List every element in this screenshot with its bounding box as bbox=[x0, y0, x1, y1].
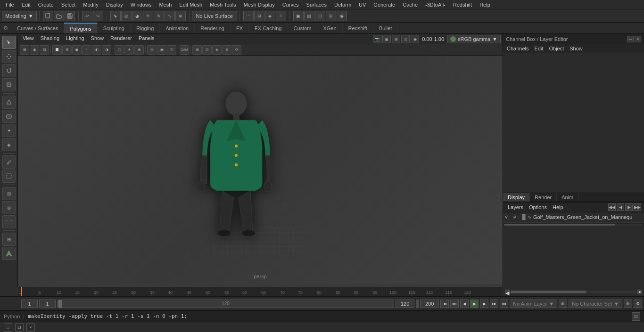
live-surface-btn[interactable]: No Live Surface bbox=[192, 11, 237, 21]
poly-tool-2[interactable] bbox=[2, 110, 16, 123]
menu-uv[interactable]: UV bbox=[355, 0, 370, 9]
render-btn-3[interactable]: ⊡ bbox=[315, 11, 325, 21]
viewport[interactable]: View Shading Lighting Show Renderer Pane… bbox=[18, 34, 503, 287]
menu-deform[interactable]: Deform bbox=[330, 0, 355, 9]
panel-minimize-btn[interactable]: ─ bbox=[627, 36, 634, 42]
timeline-scroll-right[interactable]: ▶ bbox=[637, 290, 642, 294]
tab-settings-btn[interactable]: ⚙ bbox=[0, 23, 11, 34]
tab-curves-surfaces[interactable]: Curves / Surfaces bbox=[11, 23, 64, 33]
move-mode-btn[interactable] bbox=[2, 50, 16, 63]
tab-sculpting[interactable]: Sculpting bbox=[98, 23, 131, 33]
cb-show[interactable]: Show bbox=[568, 45, 585, 52]
anim-layer-btn-1[interactable]: ⊕ bbox=[559, 300, 567, 308]
layer-scrollbar[interactable] bbox=[503, 222, 644, 226]
tb2-5[interactable]: ⊞ bbox=[62, 45, 72, 55]
save-btn[interactable] bbox=[65, 11, 75, 21]
tb2-16[interactable]: ⊞ bbox=[192, 45, 202, 55]
tb2-13[interactable]: ◎ bbox=[147, 45, 157, 55]
grid-btn[interactable]: ⊞ bbox=[2, 233, 16, 246]
menu-curves[interactable]: Curves bbox=[279, 0, 303, 9]
cb-channels[interactable]: Channels bbox=[505, 45, 530, 52]
layer-menu-layers[interactable]: Layers bbox=[506, 204, 525, 211]
tb2-cam[interactable]: CAM bbox=[180, 45, 189, 55]
tb2-15[interactable]: ↻ bbox=[167, 45, 176, 55]
btn-prev-key[interactable]: ⏭ bbox=[450, 300, 459, 308]
tb2-8[interactable]: ◐ bbox=[92, 45, 101, 55]
tb2-7[interactable]: ⋮ bbox=[82, 45, 91, 55]
pivot-btn[interactable]: ⊕ bbox=[2, 201, 16, 214]
display-tab-render[interactable]: Render bbox=[530, 193, 557, 202]
menu-select[interactable]: Select bbox=[58, 0, 80, 9]
vp-menu-shading[interactable]: Shading bbox=[38, 35, 62, 43]
tb2-9[interactable]: ◑ bbox=[102, 45, 111, 55]
rotate-mode-btn[interactable] bbox=[2, 64, 16, 77]
total-frames-input[interactable] bbox=[420, 300, 439, 308]
scale-btn[interactable]: ⤡ bbox=[165, 11, 175, 21]
menu-mesh-display[interactable]: Mesh Display bbox=[240, 0, 279, 9]
range-thumb[interactable] bbox=[58, 300, 62, 308]
universal-btn[interactable]: ⊕ bbox=[175, 11, 186, 21]
layer-prev-small-btn[interactable]: ◀ bbox=[617, 203, 624, 211]
tb2-12[interactable]: ⊕ bbox=[134, 45, 144, 55]
tb2-6[interactable]: ▣ bbox=[72, 45, 82, 55]
marquee-btn[interactable] bbox=[2, 170, 16, 183]
menu-surfaces[interactable]: Surfaces bbox=[303, 0, 330, 9]
snap-btn-3[interactable]: ◈ bbox=[265, 11, 275, 21]
vp-menu-renderer[interactable]: Renderer bbox=[107, 35, 135, 43]
btn-skip-start[interactable]: ⏮ bbox=[440, 300, 449, 308]
window-btn-2[interactable]: ⊡ bbox=[15, 323, 24, 332]
undo-btn[interactable]: ↩ bbox=[82, 11, 92, 21]
vp-menu-show[interactable]: Show bbox=[88, 35, 107, 43]
select-mode-btn[interactable] bbox=[2, 36, 16, 49]
poly-tool-1[interactable] bbox=[2, 96, 16, 109]
python-settings-btn[interactable]: ⊡ bbox=[632, 312, 640, 321]
current-frame-input[interactable] bbox=[21, 300, 38, 308]
tab-rigging[interactable]: Rigging bbox=[131, 23, 160, 33]
timeline-ruler[interactable]: 1 5 10 15 20 25 30 35 40 bbox=[18, 287, 503, 296]
char-set-btn-2[interactable]: ⚙ bbox=[634, 300, 642, 308]
render-btn-2[interactable]: ▤ bbox=[304, 11, 314, 21]
tab-bullet[interactable]: Bullet bbox=[373, 23, 398, 33]
menu-help[interactable]: Help bbox=[476, 0, 494, 9]
tb2-10[interactable]: ⬡ bbox=[115, 45, 124, 55]
vp-menu-lighting[interactable]: Lighting bbox=[63, 35, 87, 43]
workspace-selector[interactable]: Modeling ▼ bbox=[2, 11, 37, 21]
tb2-18[interactable]: ◈ bbox=[212, 45, 222, 55]
render-btn-1[interactable]: ▣ bbox=[293, 11, 304, 21]
window-btn-3[interactable]: × bbox=[26, 323, 35, 332]
lasso-btn[interactable]: ◎ bbox=[121, 11, 132, 21]
btn-skip-end[interactable]: ⏮ bbox=[500, 300, 508, 308]
vp-icon-2[interactable]: ⊞ bbox=[392, 35, 400, 43]
snap-btn-4[interactable]: ⌗ bbox=[276, 11, 286, 21]
menu-edit-mesh[interactable]: Edit Mesh bbox=[175, 0, 206, 9]
tb2-2[interactable]: ◉ bbox=[30, 45, 39, 55]
timeline-scroll-left[interactable]: ◀ bbox=[505, 290, 510, 294]
select-tool-btn[interactable] bbox=[110, 11, 121, 21]
btn-next-frame[interactable]: ▶ bbox=[480, 300, 488, 308]
layer-next-small-btn[interactable]: ▶ bbox=[625, 203, 633, 211]
layer-menu-options[interactable]: Options bbox=[527, 204, 549, 211]
menu-modify[interactable]: Modify bbox=[79, 0, 102, 9]
tab-xgen[interactable]: XGen bbox=[317, 23, 342, 33]
vp-menu-panels[interactable]: Panels bbox=[136, 35, 157, 43]
tb2-20[interactable]: ⟳ bbox=[232, 45, 241, 55]
transform-btn[interactable]: ⊞ bbox=[2, 187, 16, 200]
gamma-selector[interactable]: sRGB gamma ▼ bbox=[447, 35, 501, 43]
tab-animation[interactable]: Animation bbox=[160, 23, 195, 33]
menu-edit[interactable]: Edit bbox=[18, 0, 34, 9]
tb2-1[interactable]: ⊞ bbox=[20, 45, 29, 55]
vp-icon-4[interactable]: ◉ bbox=[411, 35, 419, 43]
layer-menu-help[interactable]: Help bbox=[551, 204, 565, 211]
vp-menu-view[interactable]: View bbox=[20, 35, 37, 43]
tab-polygons[interactable]: Polygons bbox=[64, 23, 97, 33]
move-btn[interactable]: ✛ bbox=[143, 11, 153, 21]
char-set-selector[interactable]: No Character Set ▼ bbox=[569, 300, 622, 308]
btn-prev-frame[interactable]: ◀ bbox=[460, 300, 469, 308]
range-start-input[interactable] bbox=[39, 300, 56, 308]
tb2-19[interactable]: ⊕ bbox=[222, 45, 231, 55]
anim-layer-selector[interactable]: No Anim Layer ▼ bbox=[510, 300, 557, 308]
menu-windows[interactable]: Windows bbox=[127, 0, 156, 9]
paint-btn[interactable]: 🖊 bbox=[2, 155, 16, 169]
tb2-3[interactable]: ⊡ bbox=[40, 45, 49, 55]
display-tab-display[interactable]: Display bbox=[503, 193, 530, 202]
